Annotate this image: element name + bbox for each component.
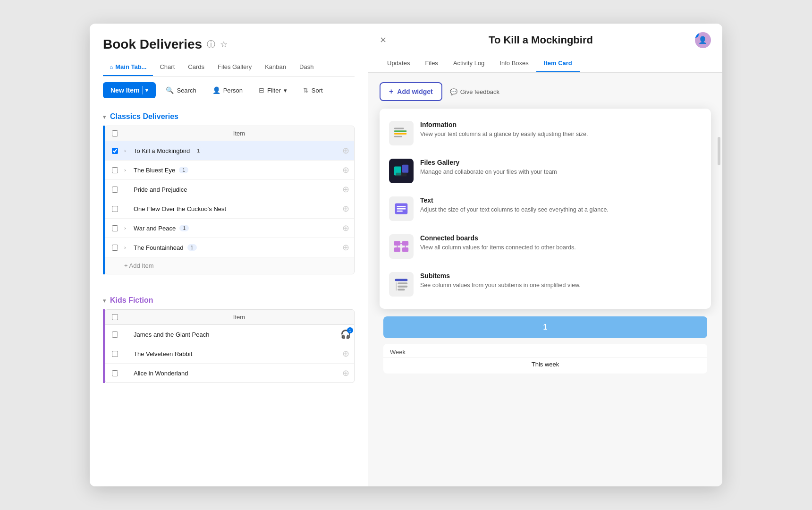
subitems-widget-text: Subitems See column values from your sub… bbox=[420, 272, 702, 289]
tab-dash-label: Dash bbox=[299, 63, 313, 70]
add-widget-label: Add widget bbox=[397, 88, 432, 95]
row-checkbox[interactable] bbox=[112, 245, 118, 251]
plus-icon: + bbox=[389, 87, 393, 96]
add-widget-button[interactable]: + Add widget bbox=[380, 82, 442, 101]
row-add-button[interactable]: ⊕ bbox=[337, 223, 354, 233]
row-checkbox[interactable] bbox=[112, 351, 118, 357]
row-checkbox[interactable] bbox=[112, 225, 118, 231]
board-header: Book Deliveries ⓘ ☆ ⌂ Main Tab... Chart … bbox=[90, 24, 368, 76]
row-add-button[interactable]: ⊕ bbox=[337, 184, 354, 195]
tab-cards[interactable]: Cards bbox=[181, 59, 211, 76]
search-button[interactable]: 🔍 Search bbox=[160, 83, 202, 98]
table-row[interactable]: › Alice in Wonderland ⊕ bbox=[105, 364, 354, 382]
row-checkbox-col bbox=[105, 351, 124, 357]
kids-group-title: Kids Fiction bbox=[110, 296, 153, 305]
row-checkbox[interactable] bbox=[112, 187, 118, 193]
row-add-button[interactable]: ⊕ bbox=[337, 165, 354, 175]
row-add-button[interactable]: 🎧1 bbox=[337, 329, 354, 340]
row-add-button[interactable]: ⊕ bbox=[337, 368, 354, 378]
row-checkbox[interactable] bbox=[112, 370, 118, 376]
row-item-title: The Fountainhead bbox=[134, 244, 184, 251]
item-col-header: Item bbox=[124, 130, 354, 137]
svg-rect-13 bbox=[394, 247, 400, 252]
search-icon: 🔍 bbox=[166, 86, 174, 94]
classics-collapse-button[interactable]: ▾ bbox=[103, 113, 106, 120]
files-widget-desc: Manage and collaborate on your files wit… bbox=[420, 168, 702, 176]
tab-main[interactable]: ⌂ Main Tab... bbox=[103, 59, 153, 76]
widget-item-files[interactable]: Files Gallery Manage and collaborate on … bbox=[380, 152, 711, 190]
row-add-button[interactable]: ⊕ bbox=[337, 204, 354, 214]
row-add-button[interactable]: ⊕ bbox=[337, 242, 354, 253]
row-add-button[interactable]: ⊕ bbox=[337, 348, 354, 359]
detail-tab-files[interactable]: Files bbox=[417, 55, 445, 72]
detail-tab-info[interactable]: Info Boxes bbox=[492, 55, 536, 72]
table-row[interactable]: › The Bluest Eye 1 ⊕ bbox=[105, 161, 354, 180]
svg-rect-3 bbox=[394, 136, 402, 137]
filter-button[interactable]: ⊟ Filter ▾ bbox=[253, 83, 293, 98]
row-title: James and the Giant Peach bbox=[134, 331, 337, 338]
give-feedback-label: Give feedback bbox=[460, 88, 499, 95]
connected-widget-desc: View all column values for items connect… bbox=[420, 243, 702, 252]
kids-collapse-button[interactable]: ▾ bbox=[103, 297, 106, 304]
tab-cards-label: Cards bbox=[188, 63, 204, 70]
row-expand-icon[interactable]: › bbox=[124, 225, 134, 231]
new-item-button[interactable]: New Item ▾ bbox=[103, 82, 156, 98]
widget-item-text[interactable]: Text Adjust the size of your text column… bbox=[380, 190, 711, 228]
filter-arrow-icon: ▾ bbox=[284, 87, 287, 94]
widget-item-connected[interactable]: Connected boards View all column values … bbox=[380, 228, 711, 265]
table-row[interactable]: › One Flew Over the Cuckoo's Nest ⊕ bbox=[105, 199, 354, 219]
detail-tabs-row: Updates Files Activity Log Info Boxes It… bbox=[380, 55, 711, 72]
row-expand-icon[interactable]: › bbox=[124, 167, 134, 173]
detail-tab-item-card[interactable]: Item Card bbox=[536, 55, 580, 72]
row-checkbox[interactable] bbox=[112, 332, 118, 338]
person-icon: 👤 bbox=[212, 86, 220, 94]
detail-tab-updates[interactable]: Updates bbox=[380, 55, 417, 72]
table-row[interactable]: › The Velveteen Rabbit ⊕ bbox=[105, 344, 354, 364]
svg-rect-11 bbox=[394, 241, 400, 246]
row-checkbox-col bbox=[105, 206, 124, 212]
row-expand-icon[interactable]: › bbox=[124, 245, 134, 250]
row-item-title: War and Peace bbox=[134, 225, 176, 232]
widget-item-information[interactable]: Information View your text columns at a … bbox=[380, 114, 711, 152]
header-checkbox[interactable] bbox=[112, 130, 118, 136]
classics-group-header: ▾ Classics Deliveries bbox=[103, 104, 355, 126]
header-checkbox[interactable] bbox=[112, 314, 118, 320]
row-add-button[interactable]: ⊕ bbox=[337, 145, 354, 156]
row-item-title: One Flew Over the Cuckoo's Nest bbox=[134, 205, 226, 212]
svg-rect-18 bbox=[395, 279, 408, 281]
person-button[interactable]: 👤 Person bbox=[206, 83, 249, 98]
detail-tab-activity[interactable]: Activity Log bbox=[446, 55, 492, 72]
row-checkbox-col bbox=[105, 370, 124, 376]
home-icon: ⌂ bbox=[110, 64, 113, 70]
tab-dash[interactable]: Dash bbox=[293, 59, 320, 76]
sort-button[interactable]: ⇅ Sort bbox=[297, 83, 329, 98]
row-expand-icon[interactable]: › bbox=[124, 148, 134, 153]
star-icon[interactable]: ☆ bbox=[220, 39, 228, 50]
detail-close-button[interactable]: ✕ bbox=[380, 36, 387, 44]
add-item-row[interactable]: + Add Item bbox=[105, 257, 354, 274]
give-feedback-button[interactable]: 💬 Give feedback bbox=[450, 88, 499, 95]
row-checkbox[interactable] bbox=[112, 148, 118, 154]
svg-rect-9 bbox=[397, 208, 406, 209]
info-icon[interactable]: ⓘ bbox=[207, 39, 215, 50]
scrollbar-indicator[interactable] bbox=[718, 137, 720, 165]
tab-kanban[interactable]: Kanban bbox=[258, 59, 293, 76]
header-checkbox-col bbox=[105, 130, 124, 136]
item-col-header: Item bbox=[124, 314, 354, 321]
text-widget-desc: Adjust the size of your text columns to … bbox=[420, 205, 702, 214]
table-row[interactable]: › Pride and Prejudice ⊕ bbox=[105, 180, 354, 199]
row-checkbox[interactable] bbox=[112, 206, 118, 212]
svg-rect-20 bbox=[398, 286, 407, 288]
classics-table-header: Item bbox=[105, 126, 354, 141]
tab-files-gallery[interactable]: Files Gallery bbox=[211, 59, 258, 76]
table-row[interactable]: › James and the Giant Peach 🎧1 bbox=[105, 325, 354, 344]
tab-chart[interactable]: Chart bbox=[153, 59, 181, 76]
files-widget-text: Files Gallery Manage and collaborate on … bbox=[420, 159, 702, 176]
row-item-title: The Velveteen Rabbit bbox=[134, 350, 192, 357]
widget-item-subitems[interactable]: Subitems See column values from your sub… bbox=[380, 265, 711, 303]
table-row[interactable]: › War and Peace 1 ⊕ bbox=[105, 219, 354, 238]
row-checkbox[interactable] bbox=[112, 167, 118, 173]
detail-header: ✕ To Kill a Mockingbird + 👤 Updates File… bbox=[368, 24, 722, 73]
table-row[interactable]: › The Fountainhead 1 ⊕ bbox=[105, 238, 354, 257]
table-row[interactable]: › To Kill a Mockingbird 1 ⊕ bbox=[105, 141, 354, 161]
